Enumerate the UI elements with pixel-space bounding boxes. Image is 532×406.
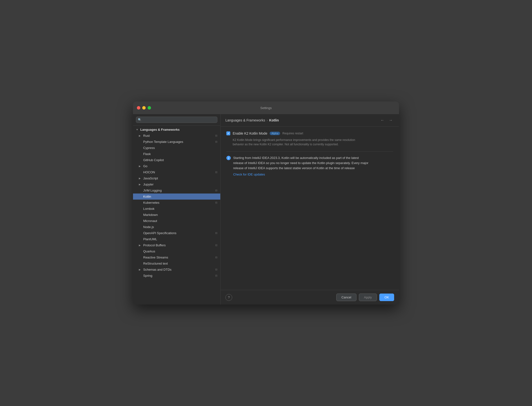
k2-requires-restart: Requires restart xyxy=(283,132,303,135)
help-button[interactable]: ? xyxy=(225,294,232,301)
breadcrumb: Languages & Frameworks › Kotlin xyxy=(225,118,279,122)
k2-alpha-badge: Alpha xyxy=(270,132,280,135)
sidebar-item-schemas-dtds[interactable]: ▶ Schemas and DTDs ⊟ xyxy=(133,267,220,273)
expand-arrow-icon: ▶ xyxy=(139,183,142,186)
sidebar-item-label: Quarkus xyxy=(143,249,155,253)
sidebar-item-github-copilot[interactable]: ▶ GitHub Copilot xyxy=(133,157,220,163)
ok-button[interactable]: OK xyxy=(379,294,394,301)
sidebar-item-label: HOCON xyxy=(143,170,155,174)
monitor-icon: ⊟ xyxy=(215,134,217,137)
sidebar-item-nodejs[interactable]: ▶ Node.js xyxy=(133,224,220,230)
sidebar-item-label: Reactive Streams xyxy=(143,256,168,259)
check-updates-link[interactable]: Check for IDE updates xyxy=(233,173,368,176)
sidebar-item-openapi[interactable]: ▶ OpenAPI Specifications ⊟ xyxy=(133,230,220,236)
sidebar-item-jupyter[interactable]: ▶ Jupyter xyxy=(133,181,220,187)
sidebar-item-label: Schemas and DTDs xyxy=(143,268,171,271)
monitor-icon: ⊟ xyxy=(215,268,217,271)
back-button[interactable]: ← xyxy=(379,118,386,123)
sidebar-item-flask[interactable]: ▶ Flask xyxy=(133,151,220,157)
info-text: Starting from IntelliJ IDEA 2023.3, Kotl… xyxy=(233,156,368,171)
section-divider xyxy=(226,151,393,152)
bottom-bar: ? Cancel Apply OK xyxy=(221,290,399,304)
sidebar-item-label: OpenAPI Specifications xyxy=(143,231,177,235)
search-wrapper: 🔍 xyxy=(136,117,217,123)
info-icon xyxy=(226,156,231,160)
sidebar-item-cypress[interactable]: ▶ Cypress xyxy=(133,145,220,151)
main-header: Languages & Frameworks › Kotlin ← → xyxy=(221,114,399,127)
sidebar-item-label: Spring xyxy=(143,274,152,277)
search-bar: 🔍 xyxy=(133,114,220,126)
sidebar-item-label: Protocol Buffers xyxy=(143,243,166,247)
sidebar-item-kubernetes[interactable]: ▶ Kubernetes ⊟ xyxy=(133,200,220,206)
sidebar-item-label: Kotlin xyxy=(143,195,151,198)
sidebar-item-spring[interactable]: ▶ Spring ⊟ xyxy=(133,273,220,279)
expand-arrow-icon: ▶ xyxy=(139,134,142,137)
sidebar-item-go[interactable]: ▶ Go xyxy=(133,163,220,169)
settings-window: Settings 🔍 ▼ Languages & Frameworks ▶ xyxy=(133,102,399,304)
expand-arrow-icon: ▶ xyxy=(139,165,142,167)
sidebar-item-reactive-streams[interactable]: ▶ Reactive Streams ⊟ xyxy=(133,254,220,260)
sidebar-item-label: PlantUML xyxy=(143,237,157,241)
monitor-icon: ⊟ xyxy=(215,189,217,192)
sidebar-item-label: JVM Logging xyxy=(143,189,162,192)
search-input[interactable] xyxy=(136,117,217,123)
sidebar: 🔍 ▼ Languages & Frameworks ▶ Rust ⊟ xyxy=(133,114,221,304)
sidebar-item-quarkus[interactable]: ▶ Quarkus xyxy=(133,248,220,254)
k2-mode-checkbox[interactable] xyxy=(226,131,230,135)
info-box: Starting from IntelliJ IDEA 2023.3, Kotl… xyxy=(226,156,393,176)
nav-buttons: ← → xyxy=(379,118,394,123)
apply-button[interactable]: Apply xyxy=(359,294,377,301)
sidebar-item-label: ReStructured text xyxy=(143,262,168,265)
sidebar-item-restructured-text[interactable]: ▶ ReStructured text xyxy=(133,260,220,267)
close-button[interactable] xyxy=(137,106,140,110)
sidebar-item-label: Cypress xyxy=(143,146,155,150)
forward-button[interactable]: → xyxy=(387,118,394,123)
main-panel: Languages & Frameworks › Kotlin ← → Enab… xyxy=(221,114,399,304)
sidebar-item-label: Go xyxy=(143,164,147,168)
sidebar-item-plantuml[interactable]: ▶ PlantUML xyxy=(133,236,220,242)
k2-section: Enable K2 Kotlin Mode Alpha Requires res… xyxy=(226,131,393,147)
traffic-lights xyxy=(137,106,151,110)
sidebar-item-kotlin[interactable]: ▶ Kotlin xyxy=(133,194,220,200)
monitor-icon: ⊟ xyxy=(215,274,217,277)
sidebar-item-protocol-buffers[interactable]: ▶ Protocol Buffers ⊟ xyxy=(133,242,220,248)
main-content: Enable K2 Kotlin Mode Alpha Requires res… xyxy=(221,127,399,290)
sidebar-item-rust[interactable]: ▶ Rust ⊟ xyxy=(133,133,220,139)
sidebar-item-label: Languages & Frameworks xyxy=(140,128,180,131)
expand-arrow-icon: ▶ xyxy=(139,177,142,180)
monitor-icon: ⊟ xyxy=(215,171,217,174)
sidebar-item-label: Jupyter xyxy=(143,183,154,186)
expand-arrow-icon: ▼ xyxy=(136,128,139,131)
monitor-icon: ⊟ xyxy=(215,140,217,143)
sidebar-list: ▼ Languages & Frameworks ▶ Rust ⊟ ▶ Pyth… xyxy=(133,126,220,304)
window-title: Settings xyxy=(260,106,272,110)
k2-header: Enable K2 Kotlin Mode Alpha Requires res… xyxy=(226,131,393,135)
sidebar-item-micronaut[interactable]: ▶ Micronaut xyxy=(133,218,220,224)
sidebar-item-hocon[interactable]: ▶ HOCON ⊟ xyxy=(133,169,220,175)
sidebar-item-label: Markdown xyxy=(143,213,158,217)
title-bar: Settings xyxy=(133,102,399,114)
monitor-icon: ⊟ xyxy=(215,256,217,259)
sidebar-item-label: Micronaut xyxy=(143,219,157,223)
cancel-button[interactable]: Cancel xyxy=(336,294,356,301)
sidebar-item-markdown[interactable]: ▶ Markdown xyxy=(133,212,220,218)
monitor-icon: ⊟ xyxy=(215,201,217,204)
sidebar-item-languages-frameworks[interactable]: ▼ Languages & Frameworks xyxy=(133,127,220,133)
minimize-button[interactable] xyxy=(142,106,146,110)
sidebar-item-jvm-logging[interactable]: ▶ JVM Logging ⊟ xyxy=(133,187,220,194)
sidebar-item-lombok[interactable]: ▶ Lombok xyxy=(133,206,220,212)
sidebar-item-label: Lombok xyxy=(143,207,154,211)
sidebar-item-javascript[interactable]: ▶ JavaScript xyxy=(133,175,220,181)
expand-arrow-icon: ▶ xyxy=(139,244,142,247)
breadcrumb-current: Kotlin xyxy=(269,118,279,122)
sidebar-item-label: GitHub Copilot xyxy=(143,158,164,162)
sidebar-item-python-template[interactable]: ▶ Python Template Languages ⊟ xyxy=(133,139,220,145)
content-area: 🔍 ▼ Languages & Frameworks ▶ Rust ⊟ xyxy=(133,114,399,304)
info-content: Starting from IntelliJ IDEA 2023.3, Kotl… xyxy=(233,156,368,176)
search-icon: 🔍 xyxy=(138,118,142,121)
maximize-button[interactable] xyxy=(148,106,151,110)
k2-description: K2 Kotlin Mode brings significant perfor… xyxy=(226,138,393,147)
sidebar-item-label: Kubernetes xyxy=(143,201,160,204)
expand-arrow-icon: ▶ xyxy=(139,268,142,271)
monitor-icon: ⊟ xyxy=(215,231,217,235)
